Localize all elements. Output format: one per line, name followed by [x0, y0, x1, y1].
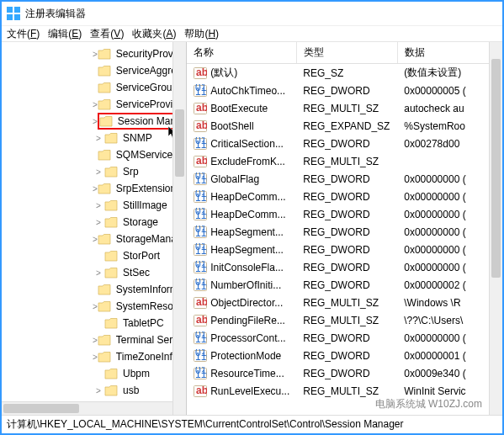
folder-icon [104, 317, 118, 329]
menu-favorites[interactable]: 收藏夹(A) [129, 25, 179, 43]
tree-node[interactable]: >SystemInformation [2, 281, 186, 298]
folder-icon [98, 351, 111, 363]
caret-icon[interactable]: > [93, 134, 104, 143]
reg-binary-icon [194, 137, 207, 151]
value-type: REG_DWORD [296, 347, 397, 364]
value-type: REG_MULTI_SZ [296, 311, 397, 329]
value-type: REG_DWORD [296, 170, 397, 188]
tree-node-label: StillImage [121, 199, 169, 212]
caret-icon[interactable]: > [93, 218, 104, 227]
reg-sz-icon [194, 66, 207, 80]
table-row[interactable]: BootExecuteREG_MULTI_SZautocheck au [187, 99, 502, 117]
value-type: REG_EXPAND_SZ [296, 117, 397, 135]
menu-edit[interactable]: 编辑(E) [45, 25, 85, 43]
table-row[interactable]: PendingFileRe...REG_MULTI_SZ\??\C:\Users… [187, 311, 502, 329]
value-name: HeapSegment... [210, 244, 284, 256]
value-type: REG_MULTI_SZ [296, 152, 397, 170]
caret-icon[interactable]: > [93, 167, 104, 177]
svg-rect-3 [14, 14, 20, 20]
tree-node-label: StSec [121, 266, 151, 279]
value-type: REG_DWORD [296, 205, 397, 223]
value-data: autocheck au [397, 99, 502, 117]
key-tree[interactable]: >SecurityProviders>ServiceAggregated>Ser… [2, 45, 186, 399]
menu-file[interactable]: 文件(F) [3, 25, 43, 43]
value-name: HeapDeComm... [210, 191, 285, 203]
table-row[interactable]: HeapSegment...REG_DWORD0x00000000 ( [187, 223, 502, 241]
col-data[interactable]: 数据 [397, 42, 502, 64]
table-row[interactable]: (默认)REG_SZ(数值未设置) [187, 64, 502, 82]
value-data: 0x00000000 ( [397, 241, 502, 258]
folder-icon [104, 385, 118, 396]
tree-node[interactable]: >Terminal Server [2, 332, 186, 348]
tree-node[interactable]: >StillImage [2, 197, 186, 214]
tree-node[interactable]: >ServiceGroupOrder [2, 79, 186, 96]
tree-node[interactable]: >Storage [2, 214, 186, 231]
value-data: 0x00000000 ( [397, 188, 502, 205]
reg-sz-icon [194, 314, 207, 327]
tree-node-label: Srp [121, 165, 141, 178]
value-type: REG_DWORD [296, 364, 397, 382]
table-row[interactable]: ExcludeFromK...REG_MULTI_SZ [187, 152, 502, 170]
value-name: (默认) [210, 66, 237, 80]
table-row[interactable]: HeapSegment...REG_DWORD0x00000000 ( [187, 241, 502, 258]
table-row[interactable]: ProcessorCont...REG_DWORD0x00000000 ( [187, 329, 502, 347]
menu-help[interactable]: 帮助(H) [181, 25, 222, 43]
tree-node[interactable]: >ServiceProvider [2, 96, 186, 113]
table-row[interactable]: HeapDeComm...REG_DWORD0x00000000 ( [187, 188, 502, 205]
tree-node[interactable]: >StorageManageme [2, 231, 186, 247]
folder-icon [104, 166, 118, 178]
menu-view[interactable]: 查看(V) [87, 25, 127, 43]
col-name[interactable]: 名称 [187, 42, 296, 64]
tree-node[interactable]: >SystemResources [2, 298, 186, 315]
folder-icon [98, 48, 111, 60]
list-pane: 名称 类型 数据 (默认)REG_SZ(数值未设置)AutoChkTimeo..… [187, 42, 502, 415]
tree-node[interactable]: >SecurityProviders [2, 45, 186, 62]
table-row[interactable]: NumberOfIniti...REG_DWORD0x00000002 ( [187, 276, 502, 294]
tree-node[interactable]: >Ubpm [2, 365, 186, 382]
table-row[interactable]: BootShellREG_EXPAND_SZ%SystemRoo [187, 117, 502, 135]
caret-icon[interactable]: > [93, 201, 104, 210]
reg-binary-icon [194, 172, 207, 186]
tree-node[interactable]: >TabletPC [2, 315, 186, 332]
tree-node[interactable]: >Session Manager [2, 113, 186, 130]
folder-icon [98, 82, 111, 93]
value-name: HeapSegment... [210, 226, 284, 238]
window-title: 注册表编辑器 [25, 7, 86, 21]
caret-icon[interactable]: > [93, 268, 104, 278]
caret-icon[interactable]: > [93, 386, 104, 395]
table-row[interactable]: ObjectDirector...REG_MULTI_SZ\Windows \R [187, 294, 502, 311]
table-row[interactable]: CriticalSection...REG_DWORD0x00278d00 [187, 135, 502, 152]
table-row[interactable]: AutoChkTimeo...REG_DWORD0x00000005 ( [187, 82, 502, 99]
list-vscroll[interactable] [489, 42, 502, 415]
tree-node[interactable]: >ServiceAggregated [2, 62, 186, 79]
col-type[interactable]: 类型 [296, 42, 397, 64]
table-row[interactable]: ProtectionModeREG_DWORD0x00000001 ( [187, 347, 502, 364]
value-data: 0x00000001 ( [397, 347, 502, 364]
tree-node[interactable]: >SrpExtensionConfig [2, 180, 186, 197]
tree-node[interactable]: >Srp [2, 163, 186, 180]
table-row[interactable]: RunLevelExecu...REG_MULTI_SZWinInit Serv… [187, 382, 502, 400]
svg-rect-1 [14, 7, 20, 13]
table-row[interactable]: HeapDeComm...REG_DWORD0x00000000 ( [187, 205, 502, 223]
tree-node[interactable]: >SQMServiceList [2, 146, 186, 163]
table-row[interactable]: ResourceTime...REG_DWORD0x0009e340 ( [187, 364, 502, 382]
value-type: REG_DWORD [296, 276, 397, 294]
tree-node[interactable]: >TimeZoneInformati [2, 348, 186, 365]
tree-hscroll[interactable] [2, 401, 172, 415]
app-icon [7, 7, 20, 20]
tree-node[interactable]: >StorPort [2, 247, 186, 264]
tree-node[interactable]: >usb [2, 382, 186, 399]
reg-sz-icon [194, 119, 207, 133]
reg-binary-icon [194, 84, 207, 98]
tree-vscroll[interactable] [172, 42, 186, 415]
table-row[interactable]: GlobalFlagREG_DWORD0x00000000 ( [187, 170, 502, 188]
tree-node-label: StorPort [121, 249, 162, 263]
value-type: REG_DWORD [296, 223, 397, 241]
values-table: 名称 类型 数据 (默认)REG_SZ(数值未设置)AutoChkTimeo..… [187, 42, 502, 400]
folder-icon [98, 300, 111, 312]
tree-node-label: TabletPC [121, 316, 166, 330]
table-row[interactable]: InitConsoleFla...REG_DWORD0x00000000 ( [187, 258, 502, 276]
tree-node[interactable]: >StSec [2, 264, 186, 281]
value-name: RunLevelExecu... [210, 385, 289, 397]
tree-node[interactable]: >SNMP [2, 130, 186, 146]
